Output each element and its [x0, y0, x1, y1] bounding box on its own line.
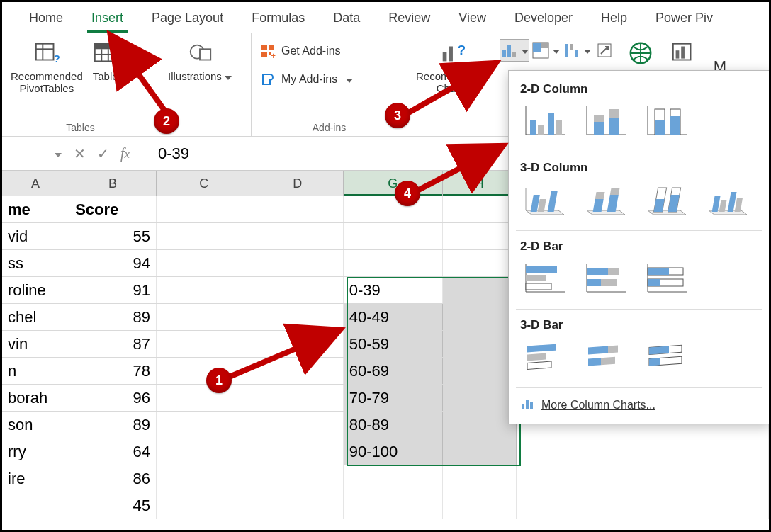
svg-rect-25 [449, 47, 453, 62]
col-header-a[interactable]: A [2, 171, 69, 196]
clustered-bar-item[interactable] [519, 258, 571, 298]
svg-rect-45 [548, 113, 554, 135]
chevron-down-icon [581, 44, 591, 57]
col-header-d[interactable]: D [252, 171, 344, 196]
chevron-down-icon [519, 44, 529, 57]
tab-formulas[interactable]: Formulas [237, 2, 319, 33]
svg-rect-77 [526, 275, 546, 281]
my-addins-button[interactable]: My Add-ins [256, 69, 357, 90]
svg-rect-78 [526, 283, 551, 290]
col-header-b[interactable]: B [69, 171, 157, 196]
section-3d-column: 3-D Column [509, 154, 770, 176]
formula-bar-value[interactable]: 0-39 [141, 145, 189, 163]
addins-icon [260, 72, 276, 87]
svg-rect-73 [735, 198, 743, 212]
section-3d-bar: 3-D Bar [509, 311, 770, 334]
svg-rect-5 [95, 44, 116, 50]
col-header-c[interactable]: C [157, 171, 252, 196]
dialog-launcher[interactable] [593, 39, 616, 62]
tab-review[interactable]: Review [374, 2, 444, 33]
stacked-3dbar-item[interactable] [580, 336, 632, 376]
more-column-charts-link[interactable]: More Column Charts... [509, 390, 770, 424]
hierarchy-chart-button[interactable] [531, 39, 561, 62]
cell[interactable]: Score [69, 196, 157, 222]
fx-icon[interactable]: fx [120, 145, 130, 162]
svg-rect-56 [655, 120, 665, 135]
svg-rect-94 [588, 346, 608, 354]
svg-rect-29 [512, 52, 516, 57]
tab-developer[interactable]: Developer [500, 2, 587, 33]
recommended-pivottables-button[interactable]: ? Recommended PivotTables [6, 36, 87, 98]
svg-rect-88 [648, 268, 669, 275]
svg-rect-12 [269, 45, 274, 50]
col-header-g[interactable]: G [344, 171, 444, 196]
callout-badge-3: 3 [385, 103, 410, 128]
svg-rect-11 [261, 45, 267, 50]
illustrations-button[interactable]: Illustrations [164, 36, 236, 85]
stacked100-bar-item[interactable] [641, 258, 693, 298]
tab-power-pivot[interactable]: Power Piv [641, 2, 727, 33]
svg-rect-102 [522, 404, 524, 409]
clustered-3dbar-item[interactable] [519, 336, 571, 376]
name-box[interactable] [2, 146, 62, 161]
clustered-3dcolumn-item[interactable] [519, 179, 571, 219]
ribbon-tab-strip: Home Insert Page Layout Formulas Data Re… [2, 2, 769, 33]
stacked100-column-item[interactable] [641, 101, 693, 140]
svg-rect-99 [649, 346, 669, 354]
tab-data[interactable]: Data [319, 2, 374, 33]
svg-rect-63 [595, 192, 605, 199]
svg-rect-70 [712, 196, 721, 212]
accept-edit-icon[interactable]: ✓ [97, 145, 109, 162]
svg-rect-104 [530, 402, 533, 409]
column-chart-gallery: 2-D Column 3-D Column 2-D Bar 3-D Bar Mo… [508, 70, 770, 424]
stacked-3dcolumn-item[interactable] [580, 179, 632, 219]
svg-rect-27 [502, 50, 506, 57]
svg-rect-51 [609, 118, 619, 135]
tab-page-layout[interactable]: Page Layout [137, 2, 237, 33]
chevron-down-icon [222, 70, 232, 82]
svg-rect-64 [607, 195, 619, 212]
table-icon [91, 39, 120, 67]
svg-rect-81 [587, 268, 608, 275]
svg-rect-83 [587, 279, 601, 286]
svg-rect-13 [261, 52, 267, 57]
3dcolumn-item[interactable] [702, 179, 754, 219]
svg-rect-24 [443, 52, 447, 61]
cancel-edit-icon[interactable]: ✕ [74, 145, 86, 162]
svg-rect-97 [601, 357, 615, 365]
tab-insert[interactable]: Insert [77, 2, 137, 33]
svg-rect-0 [36, 44, 54, 60]
stacked-column-item[interactable] [580, 101, 632, 140]
svg-rect-44 [538, 125, 544, 135]
svg-rect-93 [527, 361, 551, 369]
svg-rect-69 [668, 195, 680, 212]
svg-rect-60 [538, 199, 546, 212]
stacked100-3dcolumn-item[interactable] [641, 179, 693, 219]
svg-rect-96 [588, 358, 601, 366]
col-header-h[interactable]: H [443, 171, 516, 196]
waterfall-chart-button[interactable] [562, 39, 592, 62]
svg-rect-35 [575, 50, 578, 57]
svg-rect-95 [608, 346, 618, 353]
addins-group-label: Add-ins [256, 120, 403, 136]
column-chart-button[interactable] [500, 39, 529, 62]
svg-rect-50 [594, 115, 604, 122]
table-button[interactable]: Table [87, 36, 124, 85]
column-chart-icon [520, 397, 534, 414]
svg-rect-90 [648, 279, 660, 286]
recommended-charts-button[interactable]: ? Recommended Charts [412, 36, 493, 98]
svg-rect-84 [601, 279, 617, 286]
tab-help[interactable]: Help [587, 2, 641, 33]
tab-view[interactable]: View [444, 2, 500, 33]
section-2d-bar: 2-D Bar [509, 232, 770, 255]
svg-text:?: ? [457, 43, 465, 57]
svg-rect-58 [670, 116, 680, 135]
store-icon: + [260, 43, 276, 59]
stacked-bar-item[interactable] [580, 258, 632, 298]
stacked100-3dbar-item[interactable] [641, 336, 693, 376]
clustered-column-item[interactable] [519, 101, 571, 140]
cell[interactable]: me [2, 196, 69, 222]
svg-rect-101 [649, 358, 660, 366]
tab-home[interactable]: Home [15, 2, 77, 33]
get-addins-button[interactable]: + Get Add-ins [256, 40, 357, 62]
